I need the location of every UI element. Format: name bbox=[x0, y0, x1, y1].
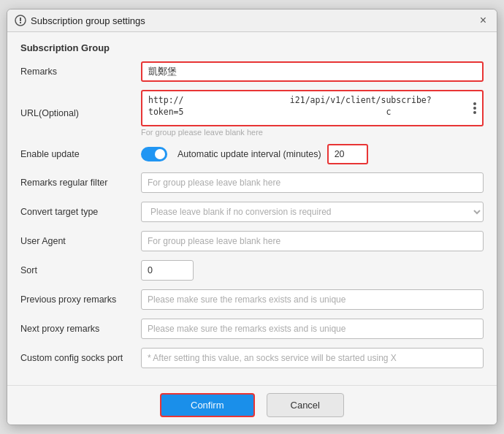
subscription-dialog: Subscription group settings × Subscripti… bbox=[7, 9, 497, 425]
title-bar: Subscription group settings × bbox=[7, 9, 497, 32]
user-agent-row: User Agent bbox=[20, 230, 484, 252]
convert-target-label: Convert target type bbox=[20, 207, 141, 217]
enable-toggle[interactable] bbox=[141, 147, 167, 161]
section-title: Subscription Group bbox=[20, 42, 484, 53]
next-proxy-row: Next proxy remarks bbox=[20, 318, 484, 340]
confirm-button[interactable]: Confirm bbox=[160, 393, 255, 417]
user-agent-label: User Agent bbox=[20, 236, 141, 246]
custom-socks-label: Custom config socks port bbox=[20, 353, 141, 363]
interval-label: Automatic update interval (minutes) bbox=[177, 149, 321, 159]
sort-label: Sort bbox=[20, 265, 141, 275]
title-bar-left: Subscription group settings bbox=[15, 15, 145, 26]
svg-rect-1 bbox=[20, 18, 21, 21]
url-control: http:// i21/api/v1/client/subscribe? tok… bbox=[141, 90, 484, 137]
enable-update-row: Enable update Automatic update interval … bbox=[20, 144, 484, 164]
convert-target-select[interactable]: Please leave blank if no conversion is r… bbox=[141, 202, 484, 222]
sort-control bbox=[141, 260, 484, 281]
url-wrapper: http:// i21/api/v1/client/subscribe? tok… bbox=[141, 90, 484, 126]
prev-proxy-input[interactable] bbox=[141, 289, 484, 310]
prev-proxy-label: Previous proxy remarks bbox=[20, 294, 141, 305]
user-agent-control bbox=[141, 231, 484, 251]
dialog-icon bbox=[15, 15, 26, 26]
remarks-filter-row: Remarks regular filter bbox=[20, 172, 484, 194]
interval-input[interactable] bbox=[327, 144, 368, 164]
remarks-control bbox=[141, 61, 484, 82]
prev-proxy-control bbox=[141, 289, 484, 310]
remarks-filter-label: Remarks regular filter bbox=[20, 178, 141, 188]
enable-update-label: Enable update bbox=[20, 149, 141, 159]
custom-socks-control bbox=[141, 348, 484, 368]
url-input[interactable]: http:// i21/api/v1/client/subscribe? tok… bbox=[145, 92, 467, 124]
next-proxy-input[interactable] bbox=[141, 319, 484, 339]
toggle-slider bbox=[141, 147, 167, 161]
url-more-button[interactable] bbox=[470, 101, 479, 115]
remarks-label: Remarks bbox=[20, 66, 141, 77]
dialog-title: Subscription group settings bbox=[31, 15, 145, 26]
remarks-filter-control bbox=[141, 172, 484, 193]
remarks-row: Remarks bbox=[20, 61, 484, 83]
remarks-input[interactable] bbox=[141, 61, 484, 82]
remarks-filter-input[interactable] bbox=[141, 172, 484, 193]
convert-target-row: Convert target type Please leave blank i… bbox=[20, 201, 484, 223]
close-button[interactable]: × bbox=[477, 15, 489, 26]
cancel-button[interactable]: Cancel bbox=[267, 393, 344, 417]
dialog-content: Subscription Group Remarks URL(Optional)… bbox=[7, 32, 497, 385]
user-agent-input[interactable] bbox=[141, 231, 484, 251]
sort-row: Sort bbox=[20, 259, 484, 281]
dialog-footer: Confirm Cancel bbox=[7, 385, 497, 425]
prev-proxy-row: Previous proxy remarks bbox=[20, 289, 484, 311]
convert-target-control: Please leave blank if no conversion is r… bbox=[141, 202, 484, 222]
sort-input[interactable] bbox=[141, 260, 194, 281]
svg-rect-2 bbox=[20, 22, 21, 23]
custom-socks-input[interactable] bbox=[141, 348, 484, 368]
next-proxy-control bbox=[141, 319, 484, 339]
url-row: URL(Optional) http:// i21/api/v1/client/… bbox=[20, 90, 484, 137]
next-proxy-label: Next proxy remarks bbox=[20, 324, 141, 334]
url-hint: For group please leave blank here bbox=[141, 128, 484, 137]
custom-socks-row: Custom config socks port bbox=[20, 347, 484, 369]
url-label: URL(Optional) bbox=[20, 108, 141, 118]
